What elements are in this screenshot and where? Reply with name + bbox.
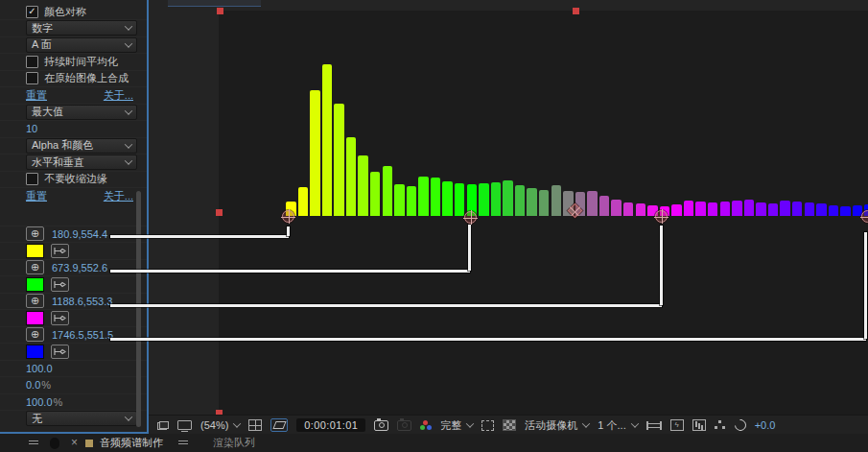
composite-original-checkbox[interactable]: ✓: [26, 72, 38, 84]
max-mode-value: 最大值: [32, 105, 63, 119]
panel-menu-icon[interactable]: [178, 440, 188, 446]
effect-control-point[interactable]: [464, 211, 477, 224]
color-swatch[interactable]: [26, 277, 44, 292]
effect-row-no-shrink: ✓ 不要收缩边缘: [0, 171, 147, 188]
effect-control-point[interactable]: [861, 210, 868, 223]
eyedropper-button[interactable]: [51, 244, 69, 258]
color-symmetry-checkbox[interactable]: ✓: [26, 6, 38, 18]
reset-link[interactable]: 重置: [26, 189, 47, 203]
timeline-graph-icon[interactable]: [692, 419, 706, 431]
panel-grabber[interactable]: [50, 438, 59, 449]
control-point-button[interactable]: ⊕: [26, 226, 44, 241]
mask-visibility-icon[interactable]: [270, 418, 288, 432]
none-value: 无: [32, 412, 42, 426]
control-point-button[interactable]: ⊕: [26, 327, 44, 342]
panel-menu-icon[interactable]: [29, 440, 38, 446]
eyedropper-icon: [54, 347, 66, 356]
close-icon[interactable]: ×: [71, 434, 78, 452]
tab-render-queue[interactable]: 渲染队列: [213, 434, 255, 452]
duration-averaging-label: 持续时间平均化: [44, 55, 118, 69]
chevron-down-icon: [582, 419, 590, 427]
slider-value[interactable]: 100.0: [26, 363, 53, 374]
color-swatch[interactable]: [26, 244, 44, 258]
max-mode-select[interactable]: 最大值: [26, 105, 137, 120]
no-shrink-checkbox[interactable]: ✓: [26, 173, 38, 185]
effect-controls-panel: ✓ 颜色对称 数字 A 面 ✓ 持续时间平均化 ✓ 在原始图像上合成 重置 关于…: [0, 0, 149, 434]
tab-composition-timeline[interactable]: 音频频谱制作: [100, 434, 163, 452]
layer-handle[interactable]: [217, 8, 223, 14]
none-select[interactable]: 无: [26, 411, 137, 426]
layer-handle[interactable]: [573, 8, 579, 14]
about-link[interactable]: 关于...: [104, 189, 133, 203]
timecode-display[interactable]: 0:00:01:01: [296, 418, 365, 432]
snapshot-icon[interactable]: [374, 420, 388, 431]
side-options-value: A 面: [32, 37, 52, 52]
point-value[interactable]: 1746.5,551.5: [52, 329, 113, 341]
check-icon: ✓: [28, 7, 35, 16]
show-snapshot-icon[interactable]: [397, 420, 411, 431]
view-layout-select[interactable]: 1 个...: [598, 418, 637, 433]
color-symmetry-label: 颜色对称: [44, 5, 86, 19]
layers-icon[interactable]: [157, 421, 169, 430]
magnification-select[interactable]: (54%): [200, 419, 240, 431]
exposure-value[interactable]: +0.0: [755, 419, 776, 431]
display-options-select[interactable]: 数字: [26, 20, 137, 36]
eyedropper-icon: [54, 247, 66, 255]
eyedropper-button[interactable]: [51, 311, 69, 325]
apply-mode-select[interactable]: Alpha 和颜色: [26, 138, 137, 154]
control-point-button[interactable]: ⊕: [26, 260, 44, 274]
fast-preview-icon[interactable]: ϟ: [670, 419, 684, 431]
monitor-icon[interactable]: [177, 420, 192, 430]
color-swatch[interactable]: [26, 311, 44, 325]
point-value[interactable]: 1188.6,553.3: [52, 296, 112, 307]
side-options-select[interactable]: A 面: [26, 37, 137, 53]
camera-select[interactable]: 活动摄像机: [525, 418, 589, 433]
pixel-aspect-icon[interactable]: [646, 421, 662, 430]
reset-exposure-icon[interactable]: [732, 417, 748, 434]
chevron-down-icon: [125, 23, 132, 31]
eyedropper-button[interactable]: [51, 277, 69, 292]
no-shrink-label: 不要收缩边缘: [44, 172, 107, 186]
viewer-toolbar: (54%) 0:00:01:01 完整 活动摄像机 1 个... ϟ +0.0: [149, 415, 868, 434]
channels-icon[interactable]: [420, 420, 432, 430]
color-swatch[interactable]: [26, 345, 44, 359]
composite-original-label: 在原始图像上合成: [44, 71, 129, 85]
zoom-value: (54%): [200, 419, 228, 431]
transparency-grid-icon[interactable]: [503, 419, 516, 431]
direction-value: 水平和垂直: [32, 155, 84, 170]
percent-unit: %: [41, 379, 51, 391]
control-point-button[interactable]: ⊕: [26, 294, 44, 308]
timeline-tabs-strip: × 音频频谱制作 渲染队列: [0, 434, 868, 452]
eyedropper-button[interactable]: [51, 345, 69, 359]
region-of-interest-icon[interactable]: [481, 420, 494, 431]
reset-link[interactable]: 重置: [26, 88, 47, 103]
slider-value[interactable]: 100.0: [26, 396, 53, 408]
chevron-down-icon: [630, 419, 638, 427]
effect-control-point[interactable]: [282, 210, 294, 223]
chevron-down-icon: [125, 140, 132, 148]
point-value[interactable]: 180.9,554.4: [52, 228, 107, 240]
max-value[interactable]: 10: [26, 123, 37, 134]
resolution-select[interactable]: 完整: [440, 418, 473, 433]
percent-unit: %: [54, 396, 63, 408]
direction-select[interactable]: 水平和垂直: [26, 155, 137, 170]
comp-label-chip: [85, 440, 93, 447]
point-value[interactable]: 673.9,552.6: [52, 262, 107, 274]
chevron-down-icon: [466, 419, 474, 427]
about-link[interactable]: 关于...: [104, 88, 133, 103]
eyedropper-icon: [54, 314, 66, 322]
chevron-down-icon: [233, 419, 241, 427]
effect-row-color-symmetry: ✓ 颜色对称: [0, 0, 147, 19]
effect-control-point[interactable]: [655, 210, 668, 223]
panel-scrollbar[interactable]: [136, 191, 141, 427]
display-options-value: 数字: [32, 21, 53, 36]
grid-options-icon[interactable]: [248, 419, 262, 431]
chevron-down-icon: [125, 414, 132, 421]
flowchart-icon[interactable]: [715, 420, 726, 430]
composition-canvas[interactable]: [219, 11, 868, 416]
layer-handle[interactable]: [216, 209, 223, 216]
duration-averaging-checkbox[interactable]: ✓: [26, 56, 38, 68]
slider-value[interactable]: 0.0: [26, 379, 40, 391]
clipped-overlay-widget: [168, 0, 261, 7]
apply-mode-value: Alpha 和颜色: [32, 138, 93, 153]
